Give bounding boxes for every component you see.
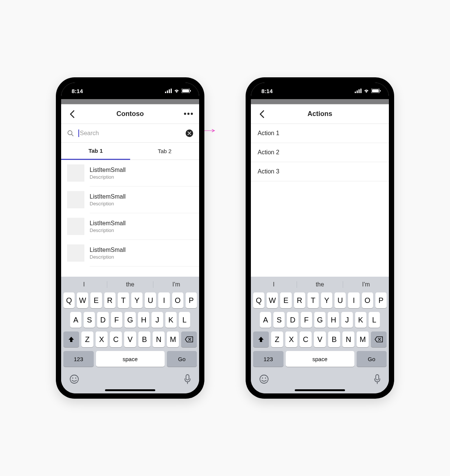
key-y[interactable]: Y [321,292,332,308]
key-c[interactable]: C [300,331,312,347]
key-s[interactable]: S [273,312,285,328]
key-m[interactable]: M [167,331,179,347]
key-w[interactable]: W [267,292,278,308]
key-f[interactable]: F [111,312,122,328]
suggestion[interactable]: I [61,281,107,288]
key-i[interactable]: I [348,292,359,308]
key-n[interactable]: N [342,331,354,347]
key-go[interactable]: Go [167,351,197,367]
key-d[interactable]: D [97,312,108,328]
key-x[interactable]: X [285,331,297,347]
action-item[interactable]: Action 1 [251,124,389,143]
key-x[interactable]: X [96,331,108,347]
key-p[interactable]: P [375,292,387,308]
emoji-icon[interactable] [259,374,269,384]
clear-search-button[interactable] [186,130,193,137]
action-item[interactable]: Action 2 [251,143,389,162]
action-item[interactable]: Action 3 [251,162,389,181]
more-button[interactable]: ••• [183,110,194,118]
svg-point-12 [75,378,76,379]
key-g[interactable]: G [314,312,326,328]
list[interactable]: ListItemSmall Description ListItemSmall … [61,160,199,277]
suggestion[interactable]: the [297,281,343,288]
home-indicator[interactable] [105,389,155,391]
key-t[interactable]: T [308,292,319,308]
tab-2[interactable]: Tab 2 [130,143,199,160]
key-numeric[interactable]: 123 [253,351,284,367]
list-item[interactable]: ListItemSmall Description [61,160,199,186]
key-f[interactable]: F [301,312,312,328]
key-s[interactable]: S [84,312,95,328]
suggestion[interactable]: I'm [153,281,199,288]
back-button[interactable] [256,108,267,120]
key-j[interactable]: J [152,312,163,328]
key-d[interactable]: D [287,312,298,328]
key-backspace[interactable] [371,331,387,347]
search-bar[interactable] [61,124,199,143]
key-p[interactable]: P [186,292,197,308]
key-l[interactable]: L [369,312,380,328]
mic-icon[interactable] [374,374,381,384]
key-a[interactable]: A [70,312,81,328]
tab-1[interactable]: Tab 1 [61,143,130,160]
emoji-icon[interactable] [69,374,79,384]
key-n[interactable]: N [153,331,165,347]
back-button[interactable] [66,108,78,120]
key-y[interactable]: Y [131,292,142,308]
key-o[interactable]: O [362,292,373,308]
key-t[interactable]: T [118,292,129,308]
key-e[interactable]: E [90,292,102,308]
key-o[interactable]: O [172,292,183,308]
tabs: Tab 1 Tab 2 [61,143,199,160]
suggestion[interactable]: I [251,281,297,288]
key-a[interactable]: A [260,312,271,328]
key-q[interactable]: Q [63,292,75,308]
key-go[interactable]: Go [357,351,387,367]
key-space[interactable]: space [96,351,165,367]
key-b[interactable]: B [328,331,340,347]
key-b[interactable]: B [138,331,150,347]
key-u[interactable]: U [145,292,156,308]
key-l[interactable]: L [179,312,190,328]
key-v[interactable]: V [314,331,326,347]
list-item[interactable]: ListItemSmall Description [61,213,199,240]
suggestion[interactable]: I'm [343,281,389,288]
key-h[interactable]: H [328,312,339,328]
key-r[interactable]: R [294,292,305,308]
list-item[interactable]: ListItemSmall Description [61,187,199,213]
key-h[interactable]: H [138,312,149,328]
key-u[interactable]: U [334,292,346,308]
nav-bar: Actions [251,104,389,124]
key-shift[interactable] [63,331,79,347]
key-i[interactable]: I [158,292,170,308]
key-backspace[interactable] [181,331,197,347]
key-j[interactable]: J [341,312,352,328]
list-item[interactable]: ListItemSmall Description [61,240,199,266]
svg-rect-4 [171,89,172,93]
suggestion[interactable]: the [107,281,153,288]
key-z[interactable]: Z [81,331,93,347]
backspace-icon [375,336,383,342]
key-z[interactable]: Z [271,331,283,347]
mic-icon[interactable] [184,374,191,384]
svg-rect-19 [372,89,379,92]
key-v[interactable]: V [124,331,136,347]
key-w[interactable]: W [77,292,88,308]
key-q[interactable]: Q [253,292,264,308]
text-cursor [78,130,79,137]
svg-rect-20 [380,90,381,92]
key-shift[interactable] [253,331,269,347]
key-k[interactable]: K [165,312,177,328]
svg-point-11 [72,378,74,379]
key-m[interactable]: M [357,331,369,347]
key-k[interactable]: K [355,312,366,328]
key-c[interactable]: C [110,331,122,347]
cellular-icon [355,89,362,93]
home-indicator[interactable] [295,389,345,391]
key-e[interactable]: E [280,292,291,308]
key-r[interactable]: R [104,292,116,308]
key-numeric[interactable]: 123 [63,351,94,367]
search-input[interactable] [80,130,181,137]
key-space[interactable]: space [286,351,354,367]
key-g[interactable]: G [124,312,136,328]
